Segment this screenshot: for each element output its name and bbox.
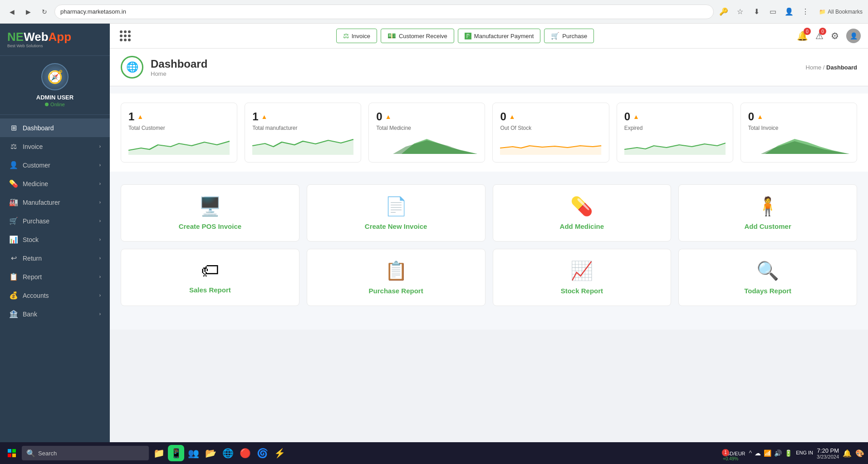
- sidebar-item-stock[interactable]: 📊 Stock ›: [0, 230, 110, 249]
- sidebar-item-label: Manufacturer: [23, 199, 60, 206]
- sidebar-toggle-icon[interactable]: ▭: [766, 5, 779, 18]
- taskbar-app-files[interactable]: 📂: [202, 445, 219, 461]
- sidebar-item-purchase[interactable]: 🛒 Purchase ›: [0, 212, 110, 230]
- key-icon[interactable]: 🔑: [717, 5, 730, 18]
- sidebar-item-customer[interactable]: 👤 Customer ›: [0, 156, 110, 174]
- menu-icon[interactable]: ⋮: [799, 5, 812, 18]
- system-language: ENG IN: [796, 449, 813, 456]
- address-bar[interactable]: [54, 5, 714, 19]
- total-medicine-chart: [376, 137, 477, 155]
- svg-marker-7: [748, 141, 849, 154]
- invoice-btn-icon: ⚖: [343, 32, 349, 40]
- customer-receive-nav-button[interactable]: 💵 Customer Receive: [381, 29, 454, 43]
- chevron-right-icon: ›: [99, 181, 101, 186]
- browser-actions: 🔑 ☆ ⬇ ▭ 👤 ⋮: [717, 5, 812, 18]
- sidebar-item-report[interactable]: 📋 Report ›: [0, 267, 110, 286]
- tray-color-icon: 🎨: [855, 449, 864, 458]
- sidebar: NEWebApp Best Web Solutions 🧭 ADMIN USER…: [0, 24, 110, 464]
- page-header: 🌐 Dashboard Home Home / Dashboard: [110, 49, 868, 86]
- sidebar-item-invoice[interactable]: ⚖ Invoice ›: [0, 137, 110, 156]
- add-medicine-card[interactable]: 💊 Add Medicine: [493, 184, 672, 242]
- taskbar-search[interactable]: 🔍 Search: [22, 446, 149, 460]
- tray-battery-icon[interactable]: 🔋: [785, 449, 792, 457]
- total-manufacturer-label: Total manufacturer: [252, 125, 353, 131]
- taskbar-time: 7:20 PM: [817, 447, 839, 454]
- return-icon: ↩: [9, 254, 18, 262]
- page-subtitle: Home: [151, 70, 207, 77]
- warning-icon: ▲: [137, 113, 143, 120]
- manufacturer-payment-nav-button[interactable]: 🅿 Manufacturer Payment: [458, 29, 541, 43]
- profile-icon[interactable]: 👤: [783, 5, 795, 18]
- grid-menu-button[interactable]: [117, 28, 133, 44]
- sidebar-item-dashboard[interactable]: ⊞ Dashboard: [0, 118, 110, 137]
- reload-button[interactable]: ↻: [38, 5, 51, 18]
- taskbar-app-explorer[interactable]: 📁: [151, 445, 167, 461]
- taskbar-app-teams[interactable]: 👥: [185, 445, 201, 461]
- user-avatar-small[interactable]: 👤: [846, 29, 861, 43]
- taskbar-app-edge[interactable]: 🌐: [220, 445, 236, 461]
- add-customer-card[interactable]: 🧍 Add Customer: [678, 184, 857, 242]
- tray-notification-icon[interactable]: 🔔: [843, 449, 852, 458]
- breadcrumb-separator: /: [823, 64, 826, 71]
- stock-report-icon: 📈: [570, 260, 593, 281]
- start-button[interactable]: [4, 445, 20, 461]
- download-icon[interactable]: ⬇: [750, 5, 763, 18]
- tray-volume-icon[interactable]: 🔊: [774, 449, 782, 457]
- sidebar-item-label: Accounts: [23, 292, 49, 299]
- user-status: Online: [45, 102, 65, 107]
- invoice-nav-button[interactable]: ⚖ Invoice: [336, 29, 377, 43]
- taskbar-app-chrome[interactable]: 🌀: [254, 445, 270, 461]
- create-pos-invoice-card[interactable]: 🖥️ Create POS Invoice: [121, 184, 299, 242]
- logo-app: App: [49, 30, 72, 44]
- taskbar-clock[interactable]: 7:20 PM 3/23/2024: [817, 447, 839, 459]
- all-bookmarks[interactable]: 📁 All Bookmarks: [819, 9, 863, 15]
- stat-card-total-manufacturer: 1 ▲ Total manufacturer: [245, 103, 361, 163]
- purchase-report-card[interactable]: 📋 Purchase Report: [307, 249, 485, 306]
- taskbar-app-dev[interactable]: ⚡: [271, 445, 288, 461]
- create-new-invoice-card[interactable]: 📄 Create New Invoice: [307, 184, 485, 242]
- warning-icon: ▲: [385, 113, 392, 120]
- purchase-nav-button[interactable]: 🛒 Purchase: [544, 29, 594, 43]
- customer-icon: 👤: [9, 161, 18, 169]
- warning-icon: ▲: [633, 113, 639, 120]
- page-content: 🌐 Dashboard Home Home / Dashboard: [110, 49, 868, 464]
- svg-rect-10: [8, 454, 11, 457]
- taskbar-currency-info: 1 USD/EUR +0.49%: [723, 445, 745, 461]
- report-actions-grid: 🏷 Sales Report 📋 Purchase Report 📈 Stock…: [121, 249, 857, 306]
- todays-report-card[interactable]: 🔍 Todays Report: [678, 249, 857, 306]
- stock-report-card[interactable]: 📈 Stock Report: [493, 249, 672, 306]
- taskbar-app-whatsapp[interactable]: 📱: [168, 445, 184, 461]
- sidebar-item-accounts[interactable]: 💰 Accounts ›: [0, 286, 110, 305]
- tray-wifi-icon[interactable]: 📶: [764, 449, 771, 457]
- back-button[interactable]: ◀: [5, 5, 18, 18]
- tray-icons: ^ ☁ 📶 🔊 🔋: [749, 449, 793, 457]
- taskbar-date: 3/23/2024: [817, 454, 839, 459]
- page-title-section: 🌐 Dashboard Home: [121, 56, 207, 79]
- total-medicine-value: 0: [376, 110, 382, 123]
- total-medicine-label: Total Medicine: [376, 125, 477, 131]
- star-icon[interactable]: ☆: [734, 5, 746, 18]
- chevron-right-icon: ›: [99, 218, 101, 223]
- sidebar-item-label: Bank: [23, 311, 37, 318]
- breadcrumb-home[interactable]: Home: [806, 64, 822, 71]
- settings-button[interactable]: ⚙: [831, 30, 839, 41]
- top-nav-buttons: ⚖ Invoice 💵 Customer Receive 🅿 Manufactu…: [139, 29, 791, 43]
- svg-marker-4: [500, 146, 601, 155]
- sidebar-item-label: Invoice: [23, 143, 43, 150]
- logo: NEWebApp: [7, 31, 103, 43]
- stat-card-out-of-stock: 0 ▲ Out Of Stock: [492, 103, 609, 163]
- taskbar-app-opera[interactable]: 🔴: [237, 445, 253, 461]
- sidebar-item-medicine[interactable]: 💊 Medicine ›: [0, 174, 110, 193]
- tray-cloud-icon[interactable]: ☁: [755, 449, 761, 457]
- sidebar-item-manufacturer[interactable]: 🏭 Manufacturer ›: [0, 193, 110, 212]
- purchase-report-label: Purchase Report: [369, 287, 423, 295]
- medicine-icon: 💊: [9, 179, 18, 188]
- bell-notification-button[interactable]: 🔔 0: [797, 30, 808, 41]
- sidebar-item-return[interactable]: ↩ Return ›: [0, 249, 110, 267]
- svg-rect-11: [12, 454, 16, 457]
- sidebar-item-bank[interactable]: 🏦 Bank ›: [0, 305, 110, 323]
- alert-notification-button[interactable]: ⚠ 0: [815, 30, 824, 41]
- tray-expand-icon[interactable]: ^: [749, 449, 752, 457]
- forward-button[interactable]: ▶: [22, 5, 34, 18]
- sales-report-card[interactable]: 🏷 Sales Report: [121, 249, 299, 306]
